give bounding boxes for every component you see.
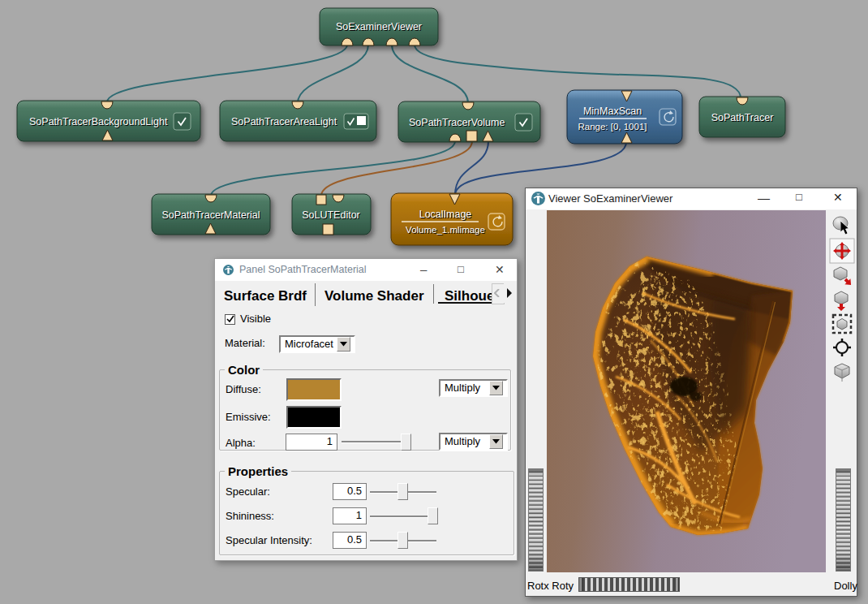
svg-text:MinMaxScan: MinMaxScan — [583, 106, 642, 117]
svg-text:SoPathTracerBackgroundLight: SoPathTracerBackgroundLight — [29, 116, 168, 127]
svg-text:SoPathTracerAreaLight: SoPathTracerAreaLight — [231, 116, 337, 127]
svg-text:Volume_1.mlimage: Volume_1.mlimage — [406, 225, 485, 235]
svg-text:SoPathTracerMaterial: SoPathTracerMaterial — [161, 209, 260, 221]
svg-text:Range: [0, 1001]: Range: [0, 1001] — [578, 122, 647, 132]
svg-text:SoPathTracer: SoPathTracer — [711, 112, 774, 123]
svg-text:SoPathTracerVolume: SoPathTracerVolume — [409, 117, 505, 128]
svg-text:LocalImage: LocalImage — [419, 209, 472, 220]
svg-text:SoLUTEditor: SoLUTEditor — [302, 209, 360, 221]
svg-text:SoExaminerViewer: SoExaminerViewer — [336, 21, 422, 32]
